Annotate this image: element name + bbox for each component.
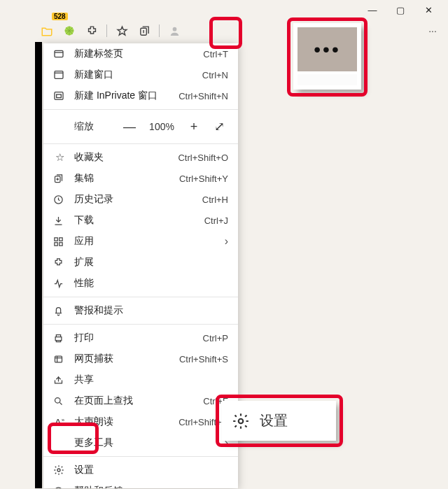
svg-rect-14 bbox=[55, 356, 62, 362]
ellipsis-icon: ••• bbox=[298, 27, 357, 71]
menu-item-label: 新建标签页 bbox=[74, 48, 195, 60]
menu-item-label: 在页面上查找 bbox=[74, 395, 195, 407]
print-icon bbox=[53, 333, 66, 343]
menu-item-label: 新建窗口 bbox=[74, 69, 194, 81]
menu-item-share[interactable]: 共享 bbox=[43, 369, 238, 390]
menu-item-read-aloud[interactable]: A» 大声朗读 Ctrl+Shift+U bbox=[43, 411, 238, 432]
menu-item-shortcut: Ctrl+Shift+U bbox=[178, 417, 228, 427]
menu-item-shortcut: Ctrl+Shift+Y bbox=[179, 173, 228, 184]
menu-item-print[interactable]: 打印 Ctrl+P bbox=[43, 327, 238, 348]
svg-rect-6 bbox=[57, 94, 62, 98]
extensions-icon bbox=[53, 257, 66, 268]
profile-icon[interactable] bbox=[167, 23, 182, 38]
menu-item-label: 收藏夹 bbox=[74, 151, 169, 164]
menu-item-more-tools[interactable]: 更多工具 › bbox=[43, 432, 238, 453]
menu-item-label: 警报和提示 bbox=[74, 304, 228, 317]
new-tab-icon bbox=[53, 48, 66, 59]
menu-item-new-window[interactable]: 新建窗口 Ctrl+N bbox=[43, 64, 238, 85]
performance-icon bbox=[53, 278, 66, 289]
menu-item-favorites[interactable]: ☆ 收藏夹 Ctrl+Shift+O bbox=[43, 147, 238, 168]
svg-rect-12 bbox=[59, 242, 62, 245]
share-icon bbox=[53, 375, 66, 385]
menu-item-performance[interactable]: 性能 bbox=[43, 273, 238, 294]
bell-icon bbox=[53, 306, 66, 316]
favorites-icon[interactable] bbox=[114, 23, 130, 38]
menu-item-label: 扩展 bbox=[74, 256, 228, 269]
menu-item-label: 共享 bbox=[74, 374, 228, 386]
menu-item-shortcut: Ctrl+H bbox=[202, 194, 228, 205]
menu-divider bbox=[43, 143, 238, 144]
menu-item-apps[interactable]: 应用 › bbox=[43, 231, 238, 252]
window-minimize-button[interactable]: — bbox=[358, 5, 386, 15]
menu-item-downloads[interactable]: 下载 Ctrl+J bbox=[43, 210, 238, 231]
apps-icon bbox=[53, 236, 66, 247]
svg-rect-13 bbox=[55, 336, 62, 340]
toolbar-separator bbox=[106, 24, 107, 37]
svg-rect-5 bbox=[55, 92, 63, 100]
menu-divider bbox=[43, 297, 238, 297]
menu-divider bbox=[43, 456, 238, 457]
menu-item-label: 更多工具 bbox=[74, 437, 216, 449]
bookmark-folder-icon[interactable] bbox=[39, 23, 55, 38]
menu-item-help[interactable]: 帮助和反馈 › bbox=[43, 481, 238, 488]
menu-item-new-tab[interactable]: 新建标签页 Ctrl+T bbox=[43, 43, 238, 64]
menu-item-label: 历史记录 bbox=[74, 193, 194, 206]
menu-item-new-inprivate[interactable]: 新建 InPrivate 窗口 Ctrl+Shift+N bbox=[43, 85, 238, 106]
fullscreen-button[interactable]: ⤢ bbox=[210, 119, 228, 134]
zoom-out-button[interactable]: — bbox=[120, 120, 139, 134]
window-close-button[interactable]: ✕ bbox=[414, 5, 442, 15]
extension-icon[interactable] bbox=[84, 23, 99, 38]
toolbar-separator bbox=[159, 24, 160, 37]
menu-item-label: 新建 InPrivate 窗口 bbox=[74, 90, 170, 102]
inprivate-icon bbox=[53, 90, 66, 101]
menu-item-shortcut: Ctrl+Shift+N bbox=[178, 91, 228, 101]
zoom-in-button[interactable]: + bbox=[185, 120, 203, 134]
gear-icon bbox=[232, 412, 250, 430]
svg-point-2 bbox=[172, 27, 176, 31]
help-icon bbox=[53, 486, 66, 489]
menu-item-label: 应用 bbox=[74, 235, 216, 248]
menu-item-collections[interactable]: 集锦 Ctrl+Shift+Y bbox=[43, 168, 238, 189]
lime-icon[interactable] bbox=[62, 23, 77, 38]
menu-item-shortcut: Ctrl+N bbox=[202, 70, 228, 80]
menu-item-extensions[interactable]: 扩展 bbox=[43, 252, 238, 273]
menu-item-history[interactable]: 历史记录 Ctrl+H bbox=[43, 189, 238, 210]
menu-item-alerts[interactable]: 警报和提示 bbox=[43, 300, 238, 321]
menu-item-shortcut: Ctrl+J bbox=[204, 215, 228, 226]
svg-rect-10 bbox=[59, 237, 62, 240]
menu-item-find-on-page[interactable]: 在页面上查找 Ctrl+F bbox=[43, 390, 238, 411]
zoom-value: 100% bbox=[146, 121, 178, 132]
svg-point-15 bbox=[55, 397, 61, 403]
window-maximize-button[interactable]: ▢ bbox=[386, 5, 414, 15]
star-icon: ☆ bbox=[53, 151, 66, 164]
callout-settings-label: 设置 bbox=[260, 411, 288, 430]
menu-item-shortcut: Ctrl+Shift+O bbox=[178, 153, 228, 163]
menu-item-settings[interactable]: 设置 bbox=[43, 460, 238, 481]
toolbar: ··· bbox=[35, 20, 448, 42]
menu-item-shortcut: Ctrl+P bbox=[203, 333, 228, 343]
capture-icon bbox=[53, 354, 66, 364]
read-aloud-icon: A» bbox=[53, 416, 66, 428]
menu-item-label: 打印 bbox=[74, 332, 195, 344]
search-icon bbox=[53, 396, 66, 406]
new-window-icon bbox=[53, 69, 66, 80]
svg-point-18 bbox=[239, 418, 244, 423]
menu-item-label: 设置 bbox=[74, 464, 228, 476]
collections-icon[interactable] bbox=[136, 23, 152, 38]
svg-rect-4 bbox=[55, 71, 63, 79]
menu-item-label: 帮助和反馈 bbox=[74, 485, 216, 488]
menu-item-shortcut: Ctrl+Shift+S bbox=[179, 354, 228, 364]
settings-menu: 新建标签页 Ctrl+T 新建窗口 Ctrl+N 新建 InPrivate 窗口… bbox=[43, 43, 238, 488]
left-strip bbox=[35, 42, 42, 488]
collections-icon bbox=[53, 173, 66, 184]
menu-item-shortcut: Ctrl+T bbox=[203, 49, 228, 59]
zoom-label: 缩放 bbox=[53, 120, 94, 133]
menu-divider bbox=[43, 324, 238, 325]
more-menu-button[interactable]: ··· bbox=[421, 22, 444, 40]
menu-item-label: 集锦 bbox=[74, 172, 171, 185]
menu-item-label: 下载 bbox=[74, 214, 196, 227]
menu-item-web-capture[interactable]: 网页捕获 Ctrl+Shift+S bbox=[43, 348, 238, 369]
callout-strip bbox=[298, 74, 357, 85]
history-icon bbox=[53, 194, 66, 205]
chevron-right-icon: › bbox=[225, 235, 228, 248]
